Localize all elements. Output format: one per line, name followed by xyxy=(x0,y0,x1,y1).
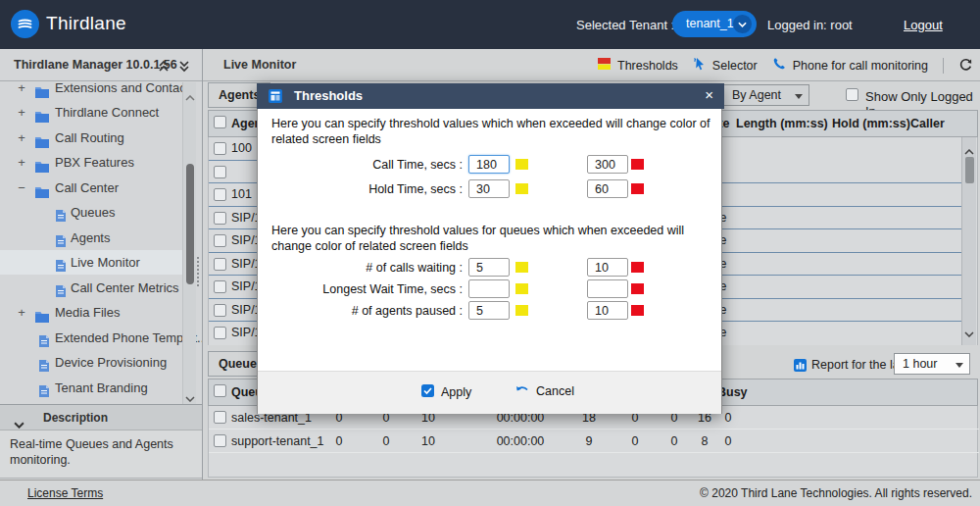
sidebar-item-agents[interactable]: Agents xyxy=(0,226,182,250)
row-checkbox[interactable] xyxy=(214,258,226,271)
row-checkbox[interactable] xyxy=(214,166,226,178)
tenant-select[interactable]: tenant_1 xyxy=(672,11,757,37)
report-chart-icon xyxy=(794,358,807,376)
agents-thresholds-intro: Here you can specify threshold values wh… xyxy=(271,116,710,148)
expand-icon[interactable]: + xyxy=(16,150,27,175)
description-text: Real-time Queues and Agents monitoring. xyxy=(0,430,202,479)
hold-time-critical-input[interactable] xyxy=(587,179,628,198)
warning-color-swatch xyxy=(515,262,528,273)
longest-wait-threshold-row: Longest Wait Time, secs : xyxy=(258,279,723,299)
scroll-down-icon[interactable] xyxy=(185,388,195,404)
chevron-down-icon xyxy=(733,15,752,33)
row-checkbox[interactable] xyxy=(214,411,226,424)
refresh-icon[interactable] xyxy=(958,58,973,73)
manager-version-label: Thirdlane Manager 10.0.1.56 xyxy=(14,58,177,72)
critical-color-swatch xyxy=(631,159,644,170)
collapse-icon[interactable]: − xyxy=(16,176,27,200)
warning-color-swatch xyxy=(515,305,528,316)
calls-waiting-warning-input[interactable] xyxy=(468,258,510,277)
row-checkbox[interactable] xyxy=(214,234,226,247)
agents-paused-warning-input[interactable] xyxy=(468,301,510,320)
sidebar-item-call-center-metrics[interactable]: Call Center Metrics xyxy=(0,276,182,300)
agents-scrollbar[interactable] xyxy=(961,137,976,345)
sidebar-resize-handle[interactable] xyxy=(197,257,200,286)
selected-tenant-label: Selected Tenant : xyxy=(576,18,674,32)
sidebar-item-queues[interactable]: Queues xyxy=(0,200,182,225)
select-all-checkbox[interactable] xyxy=(214,116,226,128)
undo-arrow-icon xyxy=(515,384,529,398)
sidebar-item-tenant-branding[interactable]: Tenant Branding xyxy=(0,376,182,400)
expand-icon[interactable]: + xyxy=(16,82,27,100)
scroll-down-icon[interactable] xyxy=(964,324,974,341)
page-title: Live Monitor xyxy=(223,58,296,72)
sidebar-item-device-provisioning[interactable]: Device Provisioning xyxy=(0,350,182,375)
apply-button[interactable]: Apply xyxy=(421,384,471,400)
report-period-select[interactable]: 1 hour xyxy=(894,353,970,375)
sidebar-item-live-monitor[interactable]: Live Monitor xyxy=(0,250,182,275)
select-arrow-icon xyxy=(795,94,803,99)
row-checkbox[interactable] xyxy=(214,304,226,317)
toolbar-divider xyxy=(943,58,944,74)
select-all-checkbox[interactable] xyxy=(214,384,226,397)
expand-icon[interactable]: + xyxy=(16,126,27,150)
calls-waiting-threshold-row: # of calls waiting : xyxy=(258,258,723,278)
call-time-warning-input[interactable] xyxy=(468,155,510,174)
footer-bar: License Terms © 2020 Third Lane Technolo… xyxy=(0,480,980,506)
dialog-footer: Apply Cancel xyxy=(258,371,721,414)
agents-paused-critical-input[interactable] xyxy=(587,301,628,320)
license-terms-link[interactable]: License Terms xyxy=(27,486,103,500)
hold-time-warning-input[interactable] xyxy=(468,179,510,198)
row-checkbox[interactable] xyxy=(214,434,226,447)
sidebar-item-media-files[interactable]: + Media Files xyxy=(0,300,182,325)
queues-thresholds-intro: Here you can specify threshold values fo… xyxy=(271,223,710,255)
thresholds-icon xyxy=(598,58,611,73)
collapse-all-icon[interactable] xyxy=(158,59,170,76)
sidebar-item-call-routing[interactable]: + Call Routing xyxy=(0,126,182,150)
scroll-up-icon[interactable] xyxy=(185,87,195,105)
selector-button[interactable]: Selector xyxy=(693,57,758,74)
sidebar-item-pbx-features[interactable]: + PBX Features xyxy=(0,150,182,175)
sidebar-item-extended-phone-templates[interactable]: Extended Phone Templat... xyxy=(0,326,182,350)
dialog-title: Thresholds xyxy=(294,88,363,103)
sidebar-scrollbar[interactable] xyxy=(182,82,196,404)
calls-waiting-critical-input[interactable] xyxy=(587,258,628,277)
tenant-value: tenant_1 xyxy=(686,17,734,30)
row-checkbox[interactable] xyxy=(214,188,226,201)
sidebar-item-call-center[interactable]: − Call Center xyxy=(0,176,182,200)
critical-color-swatch xyxy=(631,305,644,316)
expand-all-icon[interactable] xyxy=(178,59,190,76)
longest-wait-critical-input[interactable] xyxy=(587,279,628,298)
phone-monitoring-button[interactable]: Phone for call monitoring xyxy=(772,57,928,74)
row-checkbox[interactable] xyxy=(214,280,226,293)
description-panel-header[interactable]: Description xyxy=(0,404,202,430)
group-by-select[interactable]: By Agent xyxy=(723,84,809,106)
expand-icon[interactable]: + xyxy=(16,100,27,125)
longest-wait-warning-input[interactable] xyxy=(468,279,510,298)
logged-in-label: Logged in: root xyxy=(767,18,853,32)
row-checkbox[interactable] xyxy=(214,327,226,339)
expand-icon[interactable]: + xyxy=(16,300,27,325)
row-checkbox[interactable] xyxy=(214,212,226,225)
thresholds-button[interactable]: Thresholds xyxy=(598,58,678,73)
critical-color-swatch xyxy=(631,262,644,273)
scrollbar-thumb[interactable] xyxy=(186,164,194,284)
scrollbar-thumb[interactable] xyxy=(965,157,974,183)
sidebar-item-thirdlane-connect[interactable]: + Thirdlane Connect xyxy=(0,100,182,125)
call-time-critical-input[interactable] xyxy=(587,155,628,174)
warning-color-swatch xyxy=(515,183,528,194)
sidebar-item-extensions-and-contacts[interactable]: + Extensions and Contacts xyxy=(0,82,182,100)
logout-link[interactable]: Logout xyxy=(904,18,943,32)
dialog-title-bar[interactable]: Thresholds × xyxy=(257,83,724,109)
thirdlane-logo-icon xyxy=(11,10,39,38)
call-time-threshold-row: Call Time, secs : xyxy=(258,155,723,175)
show-only-logged-in-checkbox[interactable] xyxy=(846,88,858,101)
close-icon[interactable]: × xyxy=(705,86,713,103)
warning-color-swatch xyxy=(515,283,528,294)
agents-paused-threshold-row: # of agents paused : xyxy=(258,301,723,321)
row-checkbox[interactable] xyxy=(214,142,226,155)
critical-color-swatch xyxy=(631,283,644,294)
queue-row[interactable]: support-tenant_1 0 0 10 00:00:00 9 0 0 8… xyxy=(209,430,979,453)
cancel-button[interactable]: Cancel xyxy=(515,384,574,398)
critical-color-swatch xyxy=(631,183,644,194)
thirdlane-manager-app: Thirdlane Selected Tenant : tenant_1 Log… xyxy=(0,0,980,506)
